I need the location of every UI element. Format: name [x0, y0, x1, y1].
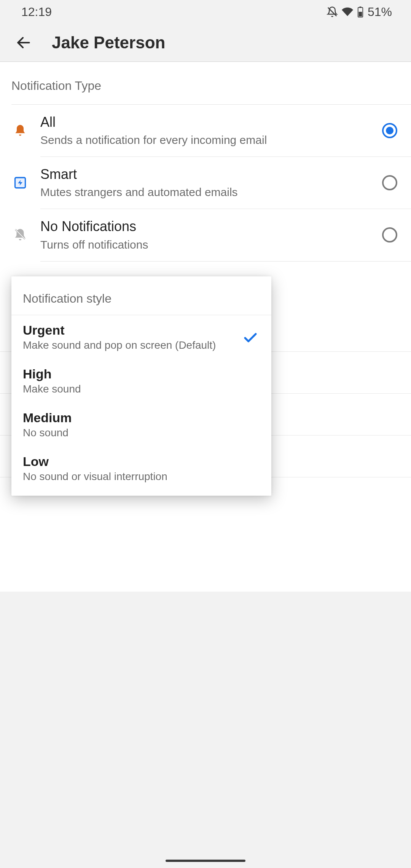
row-desc: Mutes strangers and automated emails [40, 185, 361, 199]
bell-icon [11, 123, 29, 138]
radio-all[interactable] [382, 123, 397, 138]
popup-item-title: High [23, 367, 260, 381]
home-indicator[interactable] [166, 860, 245, 862]
popup-item-low[interactable]: Low No sound or visual interruption [11, 447, 271, 496]
status-bar: 12:19 51% [0, 0, 411, 24]
popup-title: Notification style [11, 276, 271, 315]
row-title: No Notifications [40, 218, 361, 235]
status-battery: 51% [368, 5, 392, 19]
back-button[interactable] [14, 33, 33, 53]
svg-rect-3 [359, 12, 362, 16]
svg-rect-2 [359, 6, 361, 8]
popup-item-desc: Make sound [23, 383, 260, 395]
smart-icon [11, 176, 29, 190]
bell-off-icon [11, 227, 29, 243]
popup-item-title: Low [23, 454, 260, 469]
radio-none[interactable] [382, 227, 397, 243]
status-icons: 51% [327, 5, 392, 19]
section-heading-notification-type: Notification Type [0, 62, 411, 104]
popup-item-title: Urgent [23, 323, 242, 338]
page-title: Jake Peterson [52, 33, 165, 52]
radio-smart[interactable] [382, 175, 397, 190]
row-desc: Sends a notification for every incoming … [40, 132, 361, 147]
popup-item-desc: Make sound and pop on screen (Default) [23, 339, 242, 351]
check-icon [242, 329, 260, 345]
notification-type-list: All Sends a notification for every incom… [0, 105, 411, 262]
row-notif-smart[interactable]: Smart Mutes strangers and automated emai… [0, 157, 411, 209]
popup-item-urgent[interactable]: Urgent Make sound and pop on screen (Def… [11, 315, 271, 359]
battery-icon [357, 6, 364, 18]
bell-off-icon [327, 6, 338, 18]
row-title: All [40, 114, 361, 130]
row-desc: Turns off notifications [40, 237, 361, 252]
popup-item-title: Medium [23, 410, 260, 425]
popup-item-desc: No sound or visual interruption [23, 471, 260, 483]
row-notif-all[interactable]: All Sends a notification for every incom… [0, 105, 411, 156]
row-title: Smart [40, 166, 361, 182]
wifi-icon [342, 6, 353, 18]
status-time: 12:19 [21, 5, 52, 19]
notification-style-popup: Notification style Urgent Make sound and… [11, 276, 271, 496]
popup-item-medium[interactable]: Medium No sound [11, 403, 271, 447]
popup-item-high[interactable]: High Make sound [11, 359, 271, 403]
app-bar: Jake Peterson [0, 24, 411, 62]
row-notif-none[interactable]: No Notifications Turns off notifications [0, 209, 411, 261]
popup-item-desc: No sound [23, 427, 260, 439]
